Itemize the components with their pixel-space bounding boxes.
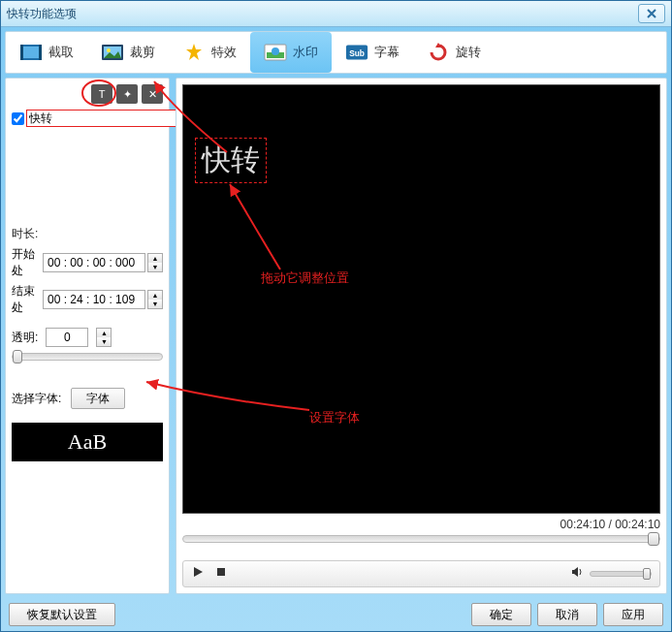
film-icon: [19, 43, 43, 62]
tab-watermark[interactable]: 水印: [250, 32, 332, 73]
tab-crop[interactable]: 裁剪: [87, 32, 169, 73]
tab-effects[interactable]: 特效: [169, 32, 250, 73]
star-icon: [182, 43, 206, 62]
tab-label: 字幕: [374, 44, 400, 61]
volume-thumb[interactable]: [643, 568, 651, 580]
sparkle-icon: ✦: [123, 88, 132, 101]
tab-label: 旋转: [456, 44, 481, 61]
video-preview[interactable]: 快转 拖动它调整位置 设置字体: [182, 84, 660, 514]
reset-defaults-button[interactable]: 恢复默认设置: [9, 603, 115, 626]
svg-rect-12: [217, 568, 225, 576]
photo-icon: [101, 43, 124, 62]
font-button[interactable]: 字体: [71, 388, 125, 409]
cancel-button[interactable]: 取消: [537, 603, 597, 626]
close-icon: [645, 7, 658, 20]
opacity-input[interactable]: [46, 328, 88, 347]
annotation-text-font: 设置字体: [309, 409, 360, 427]
start-time-input[interactable]: 00 : 00 : 00 : 000: [43, 253, 145, 272]
text-watermark-button[interactable]: T: [91, 84, 112, 104]
play-button[interactable]: [191, 565, 205, 583]
rotate-icon: [427, 43, 450, 62]
volume-slider[interactable]: [590, 571, 652, 577]
end-time-spinner[interactable]: ▲▼: [147, 290, 163, 309]
svg-point-6: [107, 48, 111, 52]
annotation-arrow-3: [144, 376, 319, 415]
delete-watermark-button[interactable]: ✕: [142, 84, 163, 104]
svg-point-9: [272, 47, 279, 55]
watermark-text-input[interactable]: [26, 110, 177, 127]
footer-bar: 恢复默认设置 确定 取消 应用: [1, 598, 671, 631]
volume-icon[interactable]: [570, 565, 584, 583]
tab-label: 水印: [293, 44, 318, 61]
seek-slider[interactable]: [182, 535, 660, 543]
tab-label: 裁剪: [130, 44, 155, 61]
end-time-input[interactable]: 00 : 24 : 10 : 109: [43, 290, 145, 309]
watermark-overlay[interactable]: 快转: [195, 138, 267, 183]
start-label: 开始处: [12, 246, 41, 279]
end-label: 结束处: [12, 283, 41, 316]
svg-rect-3: [39, 45, 42, 60]
player-controls: [182, 560, 660, 587]
tab-rotate[interactable]: 旋转: [413, 32, 495, 73]
tab-subtitle[interactable]: Sub 字幕: [332, 32, 413, 73]
x-icon: ✕: [148, 88, 157, 101]
window-close-button[interactable]: [638, 4, 665, 23]
stop-button[interactable]: [214, 565, 228, 583]
opacity-spinner[interactable]: ▲▼: [96, 328, 112, 347]
preview-panel: 快转 拖动它调整位置 设置字体 00:24:10 / 00:24:10: [176, 78, 667, 594]
watermark-enable-checkbox[interactable]: [12, 112, 24, 125]
text-icon: T: [99, 88, 106, 100]
duration-label: 时长:: [12, 226, 163, 242]
time-display: 00:24:10 / 00:24:10: [182, 518, 660, 531]
opacity-slider-thumb[interactable]: [13, 350, 22, 363]
watermark-icon: [264, 43, 287, 62]
sub-icon: Sub: [345, 43, 368, 62]
annotation-arrow-2: [222, 182, 290, 274]
font-label: 选择字体:: [12, 391, 61, 407]
font-preview: AaB: [12, 423, 163, 461]
svg-text:Sub: Sub: [349, 48, 365, 58]
opacity-slider[interactable]: [12, 353, 163, 361]
annotation-text-drag: 拖动它调整位置: [261, 269, 349, 287]
settings-panel: T ✦ ✕ 时长: 开始处 00 : 00 : 00 : 000 ▲▼ 结束处 …: [5, 78, 170, 594]
tab-label: 截取: [48, 44, 74, 61]
image-watermark-button[interactable]: ✦: [116, 84, 138, 104]
svg-rect-2: [20, 45, 23, 60]
opacity-label: 透明:: [12, 330, 38, 346]
tab-screenshot[interactable]: 截取: [6, 32, 87, 73]
apply-button[interactable]: 应用: [603, 603, 663, 626]
tab-label: 特效: [211, 44, 237, 61]
ok-button[interactable]: 确定: [471, 603, 531, 626]
svg-rect-1: [22, 47, 40, 58]
window-title: 快转功能选项: [7, 6, 638, 22]
seek-thumb[interactable]: [648, 532, 659, 546]
start-time-spinner[interactable]: ▲▼: [147, 253, 163, 272]
main-tabs: 截取 裁剪 特效 水印 Sub 字幕 旋转: [5, 31, 667, 74]
